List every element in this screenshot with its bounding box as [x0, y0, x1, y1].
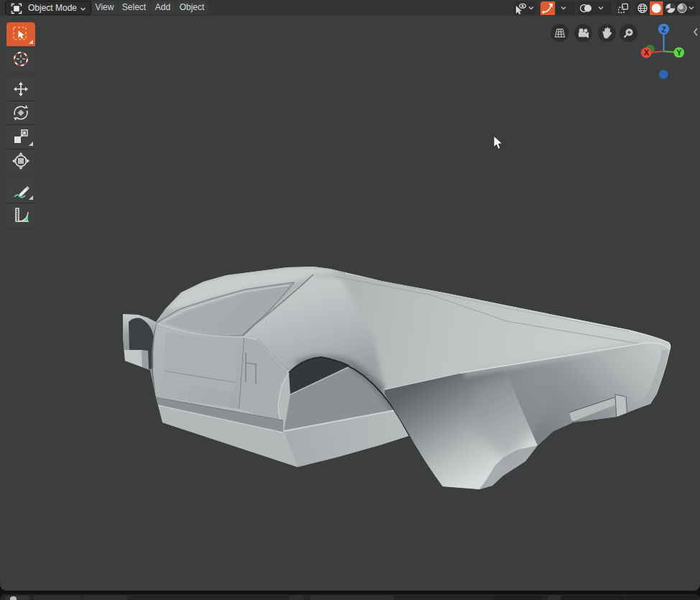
svg-text:Z: Z: [661, 25, 666, 34]
svg-text:Y: Y: [676, 48, 682, 57]
svg-text:X: X: [644, 48, 650, 57]
